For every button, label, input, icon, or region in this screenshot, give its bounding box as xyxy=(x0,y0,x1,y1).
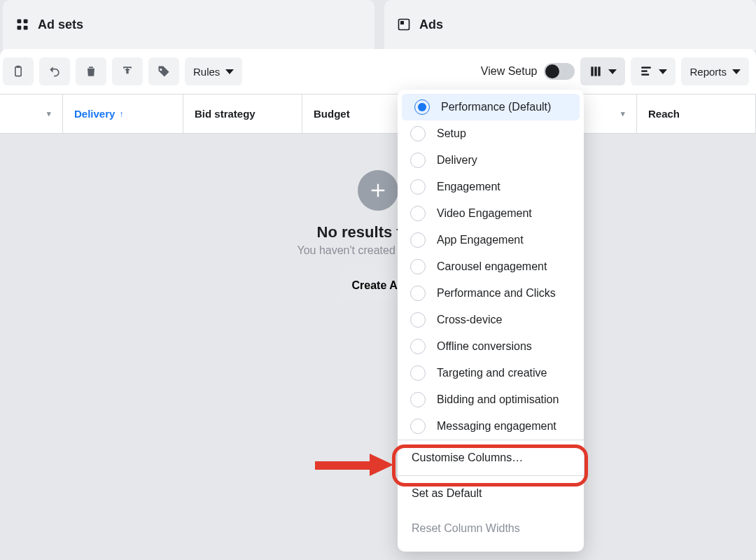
preset-option[interactable]: App Engagement xyxy=(398,227,584,253)
preset-label: Engagement xyxy=(437,181,500,193)
table-header: ▾ Delivery ↑ Bid strategy Budget ▾ Reach xyxy=(0,94,756,134)
radio-icon xyxy=(414,99,430,115)
plus-circle-icon xyxy=(358,170,398,211)
column-reach[interactable]: Reach xyxy=(637,94,756,133)
customise-columns-action[interactable]: Customise Columns… xyxy=(398,440,584,475)
ad-icon xyxy=(397,18,411,31)
preset-label: Performance (Default) xyxy=(441,101,551,113)
svg-rect-1 xyxy=(24,20,28,24)
view-setup-label: View Setup xyxy=(481,65,538,78)
column-reach-label: Reach xyxy=(648,108,680,120)
tag-button[interactable] xyxy=(148,57,179,85)
caret-down-icon: ▾ xyxy=(47,109,51,118)
grid-icon xyxy=(15,18,29,31)
svg-rect-5 xyxy=(400,21,404,24)
column-delivery[interactable]: Delivery ↑ xyxy=(63,94,183,133)
preset-option[interactable]: Video Engagement xyxy=(398,200,584,227)
preset-option[interactable]: Messaging engagement xyxy=(398,413,584,440)
preset-label: Bidding and optimisation xyxy=(437,393,559,406)
radio-icon xyxy=(410,206,426,221)
caret-down-icon xyxy=(659,69,667,74)
breakdown-icon xyxy=(639,64,653,78)
column-budget[interactable]: Budget xyxy=(302,94,406,133)
column-delivery-label: Delivery xyxy=(74,108,115,120)
tag-icon xyxy=(157,64,171,78)
caret-down-icon xyxy=(225,69,234,74)
preset-label: Carousel engagement xyxy=(437,260,547,273)
column-bid-label: Bid strategy xyxy=(195,108,255,120)
preset-label: Performance and Clicks xyxy=(437,287,556,300)
preset-label: Offline conversions xyxy=(437,340,532,353)
svg-rect-2 xyxy=(18,26,22,30)
caret-down-icon: ▾ xyxy=(621,109,625,118)
radio-icon xyxy=(410,419,426,434)
trash-icon xyxy=(84,64,98,78)
svg-rect-10 xyxy=(598,66,601,76)
column-bid-strategy[interactable]: Bid strategy xyxy=(183,94,302,133)
set-default-action[interactable]: Set as Default xyxy=(398,476,584,511)
undo-icon xyxy=(48,64,62,78)
column-select[interactable]: ▾ xyxy=(0,94,63,133)
preset-option[interactable]: Targeting and creative xyxy=(398,360,584,386)
preset-label: App Engagement xyxy=(437,234,524,246)
rules-button[interactable]: Rules xyxy=(185,57,242,85)
preset-option[interactable]: Performance and Clicks xyxy=(398,280,584,307)
radio-icon xyxy=(410,259,426,274)
tab-adsets-label: Ad sets xyxy=(38,18,83,32)
preset-label: Targeting and creative xyxy=(437,367,547,379)
empty-state: No results found You haven't created any… xyxy=(0,134,756,300)
svg-marker-15 xyxy=(370,454,393,476)
clipboard-icon xyxy=(11,64,25,78)
preset-option[interactable]: Cross-device xyxy=(398,307,584,333)
reports-label: Reports xyxy=(690,66,727,78)
svg-rect-13 xyxy=(642,74,650,76)
export-button[interactable] xyxy=(112,57,143,85)
annotation-arrow-icon xyxy=(315,454,393,476)
radio-icon xyxy=(410,179,426,195)
svg-rect-7 xyxy=(17,66,20,68)
columns-icon xyxy=(589,64,603,78)
reset-widths-action[interactable]: Reset Column Widths xyxy=(398,511,584,546)
preset-label: Video Engagement xyxy=(437,207,532,220)
preset-option[interactable]: Engagement xyxy=(398,174,584,200)
tab-ads-label: Ads xyxy=(419,18,443,32)
preset-option[interactable]: Offline conversions xyxy=(398,333,584,360)
toggle-switch[interactable] xyxy=(544,63,575,80)
radio-icon xyxy=(410,339,426,354)
radio-icon xyxy=(410,392,426,407)
preset-option[interactable]: Setup xyxy=(398,120,584,147)
svg-rect-8 xyxy=(592,66,594,76)
column-budget-label: Budget xyxy=(314,108,350,120)
preset-option[interactable]: Performance (Default) xyxy=(402,94,580,120)
sort-asc-icon: ↑ xyxy=(119,109,123,119)
svg-rect-14 xyxy=(315,461,371,470)
columns-button[interactable] xyxy=(580,57,625,85)
columns-dropdown: Performance (Default) Setup Delivery Eng… xyxy=(398,90,584,552)
delete-button[interactable] xyxy=(76,57,106,85)
radio-icon xyxy=(410,153,426,168)
svg-rect-6 xyxy=(15,66,21,76)
view-setup-toggle[interactable]: View Setup xyxy=(481,63,575,80)
radio-icon xyxy=(410,232,426,248)
preset-option[interactable]: Delivery xyxy=(398,147,584,174)
svg-rect-0 xyxy=(18,20,22,24)
radio-icon xyxy=(410,312,426,328)
preset-option[interactable]: Carousel engagement xyxy=(398,253,584,280)
tab-ads[interactable]: Ads xyxy=(384,0,756,50)
radio-icon xyxy=(410,286,426,301)
preset-label: Delivery xyxy=(437,154,477,167)
undo-button[interactable] xyxy=(39,57,70,85)
clipboard-button[interactable] xyxy=(3,57,34,85)
reports-button[interactable]: Reports xyxy=(681,57,749,85)
rules-label: Rules xyxy=(193,66,220,78)
toolbar: Rules View Setup Reports xyxy=(0,49,756,94)
preset-label: Setup xyxy=(437,127,466,140)
breakdown-button[interactable] xyxy=(631,57,676,85)
svg-rect-12 xyxy=(642,70,648,72)
preset-option[interactable]: Bidding and optimisation xyxy=(398,386,584,413)
svg-rect-3 xyxy=(24,26,28,30)
svg-rect-9 xyxy=(595,66,597,76)
caret-down-icon xyxy=(732,69,741,74)
tab-ad-sets[interactable]: Ad sets xyxy=(3,0,374,50)
caret-down-icon xyxy=(608,69,617,74)
